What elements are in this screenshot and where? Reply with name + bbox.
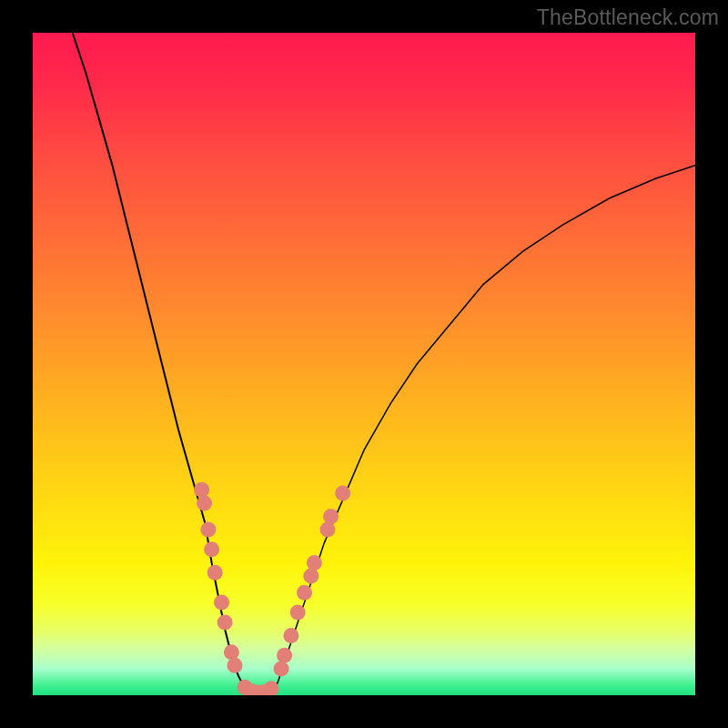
data-marker xyxy=(320,522,336,538)
data-marker xyxy=(197,495,212,511)
data-marker xyxy=(214,595,229,611)
attribution-label: TheBottleneck.com xyxy=(537,5,719,30)
data-marker xyxy=(303,569,318,584)
data-marker xyxy=(200,522,216,538)
data-marker xyxy=(297,585,312,601)
data-marker xyxy=(307,555,322,571)
plot-area xyxy=(33,33,695,695)
data-marker xyxy=(290,605,306,621)
data-marker xyxy=(323,509,339,524)
data-marker xyxy=(228,658,243,673)
outer-frame: TheBottleneck.com xyxy=(0,0,728,728)
data-marker xyxy=(274,661,289,676)
data-marker xyxy=(224,644,239,660)
data-marker xyxy=(277,648,292,663)
data-marker xyxy=(207,565,223,581)
data-marker xyxy=(217,614,233,630)
data-marker xyxy=(194,482,209,498)
data-marker xyxy=(283,628,298,643)
chart-overlay xyxy=(33,33,695,695)
data-marker xyxy=(335,486,350,501)
right-curve xyxy=(271,166,695,695)
data-marker xyxy=(204,541,219,557)
